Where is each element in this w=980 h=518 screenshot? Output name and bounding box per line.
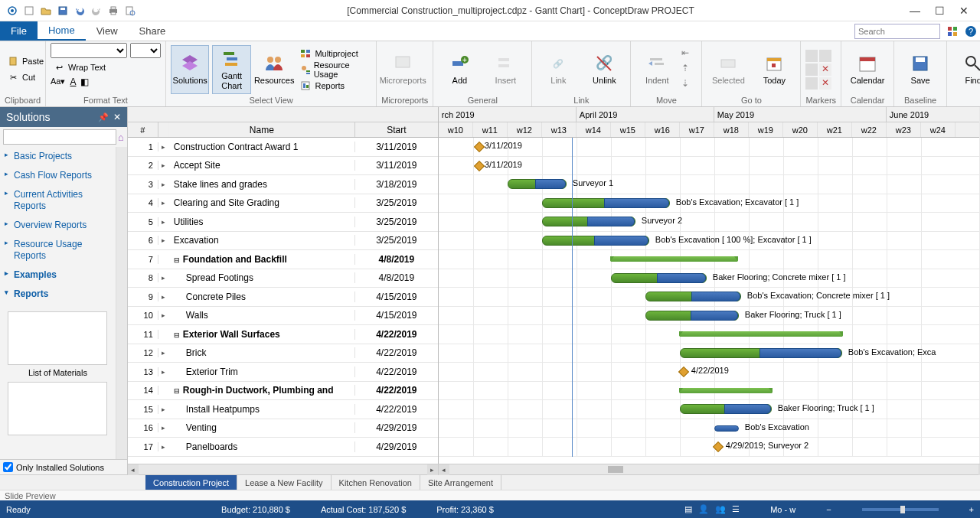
task-name[interactable]: ⊟Rough-in Ductwork, Plumbing and <box>169 385 355 396</box>
task-bar[interactable] <box>680 404 772 414</box>
task-start[interactable]: 4/22/2019 <box>355 385 438 396</box>
sidebar-item[interactable]: Basic Projects <box>0 147 116 166</box>
task-start[interactable]: 3/25/2019 <box>355 217 438 227</box>
sidebar-item[interactable]: Cash Flow Reports <box>0 166 116 185</box>
status-view3-icon[interactable]: 👥 <box>715 504 726 514</box>
task-bar[interactable] <box>645 311 739 321</box>
multiproject-button[interactable]: Multiproject <box>297 46 371 61</box>
view-tab[interactable]: View <box>86 21 129 41</box>
file-tab[interactable]: File <box>0 21 38 41</box>
maximize-button[interactable]: ☐ <box>934 5 945 16</box>
task-start[interactable]: 4/15/2019 <box>355 310 438 321</box>
panel-close-icon[interactable]: ✕ <box>113 112 121 122</box>
row-marker[interactable]: ▸ <box>158 143 169 151</box>
outdent-icon[interactable]: ⇤ <box>681 47 697 61</box>
task-name[interactable]: ⊟Exterior Wall Surfaces <box>169 329 355 340</box>
task-bar[interactable] <box>611 273 707 283</box>
baseline-save-button[interactable]: Save <box>899 45 942 94</box>
status-view2-icon[interactable]: 👤 <box>698 504 709 514</box>
task-start[interactable]: 4/29/2019 <box>355 422 438 433</box>
zoom-slider[interactable] <box>862 508 939 511</box>
row-marker[interactable]: ▸ <box>158 274 169 282</box>
task-start[interactable]: 4/22/2019 <box>355 329 438 340</box>
report-thumbnail[interactable] <box>8 311 107 365</box>
new-icon[interactable] <box>23 5 35 17</box>
solutions-button[interactable]: Solutions <box>171 45 209 94</box>
undo-icon[interactable] <box>74 5 86 17</box>
col-header-start[interactable]: Start <box>355 122 438 137</box>
sheet-tab[interactable]: Lease a New Facility <box>237 475 332 490</box>
table-row[interactable]: 15▸Install Heatpumps4/22/2019 <box>128 400 438 419</box>
table-row[interactable]: 3▸Stake lines and grades3/18/2019 <box>128 175 438 194</box>
row-marker[interactable]: ▸ <box>158 181 169 188</box>
solutions-search-input[interactable] <box>3 129 116 145</box>
sidebar-item[interactable]: Overview Reports <box>0 216 116 235</box>
task-bar[interactable] <box>680 348 842 358</box>
task-name[interactable]: Panelboards <box>169 441 355 452</box>
grid-scroll-left[interactable]: ◂ <box>128 464 139 475</box>
status-view4-icon[interactable]: ☰ <box>732 504 740 514</box>
table-row[interactable]: 1▸Construction Contract Award 13/11/2019 <box>128 138 438 157</box>
task-name[interactable]: Install Heatpumps <box>169 404 355 415</box>
target-icon[interactable] <box>6 5 18 17</box>
zoom-in-button[interactable]: + <box>969 505 974 514</box>
task-name[interactable]: Brick <box>169 347 355 358</box>
summary-bar[interactable] <box>611 256 737 262</box>
font-color-icon[interactable]: A <box>70 77 76 87</box>
indent-button[interactable]: Indent <box>635 45 678 94</box>
table-row[interactable]: 10▸Walls4/15/2019 <box>128 307 438 326</box>
gantt-scroll-thumb[interactable] <box>608 466 623 473</box>
task-name[interactable]: Walls <box>169 310 355 321</box>
moveup-icon[interactable]: ⇡ <box>681 63 697 77</box>
gantt-scroll-left[interactable]: ◂ <box>439 464 449 475</box>
gantt-chart-button[interactable]: Gantt Chart <box>212 45 250 94</box>
task-name[interactable]: Utilities <box>169 217 355 227</box>
task-start[interactable]: 4/29/2019 <box>355 441 438 452</box>
summary-bar[interactable] <box>680 388 772 393</box>
marker3-icon[interactable] <box>805 64 818 76</box>
table-row[interactable]: 9▸Concrete Piles4/15/2019 <box>128 288 438 307</box>
preferences-icon[interactable] <box>946 24 959 38</box>
task-bar[interactable] <box>542 217 635 226</box>
sidebar-item[interactable]: Reports <box>0 285 116 304</box>
row-marker[interactable]: ▸ <box>158 293 169 301</box>
sheet-tab[interactable]: Kitchen Renovation <box>332 475 420 490</box>
task-bar[interactable] <box>645 292 741 301</box>
print-preview-icon[interactable] <box>124 5 136 17</box>
table-row[interactable]: 2▸Accept Site3/11/2019 <box>128 157 438 176</box>
row-marker[interactable]: ▸ <box>158 424 169 432</box>
find-button[interactable]: Find <box>952 45 980 94</box>
calendar-button[interactable]: Calendar <box>846 45 889 94</box>
insert-button[interactable]: Insert <box>484 45 527 94</box>
solutions-scrollbar[interactable] <box>116 147 127 459</box>
close-button[interactable]: ✕ <box>959 5 969 16</box>
selected-button[interactable]: Selected <box>707 45 750 94</box>
unlink-button[interactable]: 🔗Unlink <box>583 45 626 94</box>
task-name[interactable]: Clearing and Site Grading <box>169 197 355 208</box>
fill-color-icon[interactable]: ◧ <box>80 77 89 87</box>
row-marker[interactable]: ▸ <box>158 311 169 319</box>
task-start[interactable]: 3/11/2019 <box>355 142 438 152</box>
report-thumbnail[interactable] <box>8 382 107 435</box>
font-size-select[interactable] <box>130 43 161 58</box>
row-marker[interactable]: ▸ <box>158 406 169 413</box>
table-row[interactable]: 13▸Exterior Trim4/22/2019 <box>128 363 438 382</box>
task-name[interactable]: Construction Contract Award 1 <box>169 142 355 152</box>
task-start[interactable]: 3/18/2019 <box>355 179 438 190</box>
resources-button[interactable]: Resources <box>254 45 295 94</box>
status-mode[interactable]: Mo - w <box>770 505 795 514</box>
resource-usage-button[interactable]: Resource Usage <box>297 62 371 77</box>
task-start[interactable]: 4/8/2019 <box>355 272 438 283</box>
pin-icon[interactable]: 📌 <box>98 112 109 122</box>
task-start[interactable]: 3/11/2019 <box>355 160 438 171</box>
sheet-tab[interactable]: Site Arrangement <box>420 475 501 490</box>
table-row[interactable]: 8▸Spread Footings4/8/2019 <box>128 269 438 288</box>
task-bar[interactable] <box>542 236 649 246</box>
open-icon[interactable] <box>40 5 52 17</box>
row-marker[interactable]: ▸ <box>158 349 169 357</box>
task-start[interactable]: 3/25/2019 <box>355 235 438 246</box>
save-icon[interactable] <box>57 5 69 17</box>
col-header-name[interactable]: Name <box>169 122 355 137</box>
sidebar-item[interactable]: Examples <box>0 266 116 285</box>
row-marker[interactable]: ▸ <box>158 368 169 376</box>
